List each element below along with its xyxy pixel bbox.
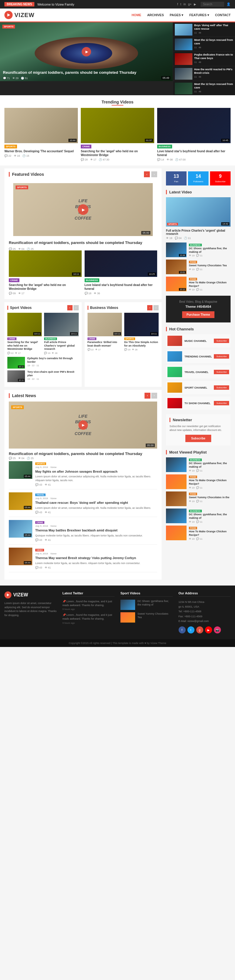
business-card-2[interactable]: 10:11 SPORTS Do This One Simple Action f… bbox=[124, 313, 159, 351]
hero-side-title-3: Pogba dedicates France win to Thai cave … bbox=[194, 53, 233, 60]
ln-item-4[interactable]: 05:44 VIDEO July 9, 2018 Vizew Theresa M… bbox=[9, 547, 157, 572]
featured-next-btn[interactable]: › bbox=[151, 171, 157, 177]
footer: VIZEW Lorem ipsum dolor sit amet, consec… bbox=[0, 585, 235, 640]
footer-sport-item-2[interactable]: Sweet Yummy Chocolates Tea bbox=[121, 612, 173, 622]
nav-contact[interactable]: CONTACT bbox=[215, 13, 230, 17]
mv-item-3[interactable]: FOOD Sweet Yummy Chocolates in the 👁 19 … bbox=[166, 492, 230, 506]
footer-yt-icon[interactable]: ▶ bbox=[205, 627, 212, 633]
mv-thumb-5 bbox=[166, 525, 187, 540]
hero-side-meta-4: 11 48 bbox=[194, 76, 233, 78]
search-input[interactable] bbox=[201, 2, 224, 7]
featured-small-thumb-1: 10:11 bbox=[9, 250, 82, 277]
trending-thumb-1: 10:44 bbox=[5, 108, 78, 143]
business-card-title-1: Paramedics 'drilled into boat death woma… bbox=[87, 340, 122, 347]
featured-layout: Featured Videos ‹ › LIFEBEGINSafterCOFFE… bbox=[0, 169, 235, 585]
mv-meta-3: 👁 19 💬 11 bbox=[189, 500, 229, 503]
footer-sport-item-1[interactable]: DC Shoes: gymkhana five; the making of bbox=[121, 600, 173, 610]
featured-prev-btn[interactable]: ‹ bbox=[144, 171, 150, 177]
footer-fb-icon[interactable]: f bbox=[179, 627, 186, 633]
footer-col-address: Our Address 1234 N 5th Ave Chica- go IL … bbox=[179, 592, 231, 633]
nav-home[interactable]: HOME bbox=[132, 13, 141, 17]
footer-in-icon[interactable]: 📷 bbox=[214, 627, 221, 633]
nav-pages[interactable]: PAGES ▾ bbox=[170, 13, 184, 17]
sport-prev-btn[interactable]: ‹ bbox=[67, 305, 73, 310]
hc-sub-btn-2[interactable]: Subscribe bbox=[214, 354, 229, 359]
promo-title: Theme #4545454 bbox=[170, 305, 226, 309]
lv-item-1[interactable]: 10:44 BUSINESS DC Shoes: gymkhana five; … bbox=[166, 242, 230, 257]
hero-side-item-5[interactable]: Meet the 12 boys rescued from cave 11 48 bbox=[173, 81, 235, 95]
ln-item-3[interactable]: 05:44 CRIME July 9, 2018 Vizew Theresa M… bbox=[9, 520, 157, 545]
ln-prev-btn[interactable]: ‹ bbox=[144, 393, 151, 399]
ln-nav: ‹ › bbox=[144, 393, 157, 399]
nav-archives[interactable]: ARCHIVES bbox=[147, 13, 164, 17]
business-next-btn[interactable]: › bbox=[153, 305, 159, 310]
hc-sub-btn-3[interactable]: Subscribe bbox=[214, 370, 229, 374]
featured-main-wrapper: LIFEBEGINSafterCOFFEE SPORTS 05:00 Reuni… bbox=[5, 177, 162, 250]
featured-play-button[interactable] bbox=[78, 204, 89, 215]
hero-side-item-3[interactable]: Pogba dedicates France win to Thai cave … bbox=[173, 52, 235, 66]
footer-desc: Lorem ipsum dolor sit amet, consectetur … bbox=[5, 601, 57, 617]
hero-side-info-2: Meet the 12 boys rescued from cave 11 48 bbox=[194, 38, 233, 49]
ln-item-2[interactable]: 05:44 TRAVEL July 9, 2018 Vizew Thailand… bbox=[9, 492, 157, 517]
sport-card-2[interactable]: 10:11 BUSINESS Full article Prince Charl… bbox=[44, 313, 78, 355]
sport-next-btn[interactable]: › bbox=[73, 305, 79, 310]
ln-play-button[interactable] bbox=[78, 420, 88, 430]
tw-icon[interactable]: t bbox=[180, 3, 181, 6]
business-card-1[interactable]: 10:11 CRIME Paramedics 'drilled into boa… bbox=[87, 313, 122, 351]
hero-play-button[interactable] bbox=[82, 47, 91, 56]
footer-grid: VIZEW Lorem ipsum dolor sit amet, consec… bbox=[5, 592, 230, 633]
featured-main[interactable]: LIFEBEGINSafterCOFFEE SPORTS 05:00 bbox=[13, 183, 153, 236]
hot-channels: Hot Channels MUSIC CHANNEL Subscribe TRE… bbox=[166, 327, 230, 410]
user-icon[interactable]: 👤 bbox=[227, 2, 230, 6]
ln-item-title-2: Thailand cave rescue: Boys 'doing well' … bbox=[35, 501, 157, 505]
hero-side-item-2[interactable]: Meet the 12 boys rescued from cave 11 48 bbox=[173, 37, 235, 51]
hc-sub-btn-4[interactable]: Subscribe bbox=[214, 385, 229, 390]
trending-grid: 10:44 SPORTS Warner Bros. Developing 'Th… bbox=[5, 108, 230, 161]
hero-side-title-2: Meet the 12 boys rescued from cave bbox=[194, 38, 233, 45]
yt-icon[interactable]: ▶ bbox=[194, 3, 196, 6]
sport-card-1[interactable]: 10:11 CRIME Searching for the 'angel' wh… bbox=[7, 313, 42, 355]
hero-side-info-4: How the world reacted to PM's Brexit cri… bbox=[194, 68, 233, 78]
gp-icon[interactable]: g+ bbox=[188, 3, 192, 6]
business-prev-btn[interactable]: ‹ bbox=[147, 305, 152, 310]
lv-item-2[interactable]: 13:01 FOOD Sweet Yummy Chocolates Tea 👁 … bbox=[166, 259, 230, 274]
footer-gp-icon[interactable]: g bbox=[196, 627, 203, 633]
hc-thumb-5 bbox=[167, 398, 182, 408]
lv-item-meta-1: 👁 19 💬 11 bbox=[189, 254, 230, 257]
footer-twit-meta-2: 9 hours ago bbox=[63, 621, 115, 625]
featured-small-card-1[interactable]: 10:11 CRIME Searching for the 'angel' wh… bbox=[9, 250, 82, 295]
ln-item-1[interactable]: 05:44 SPORTS July 9, 2018 Vizew May figh… bbox=[9, 461, 157, 489]
sport-list-item-2[interactable]: 10:11 Tory vice-chairs quit over PM's Br… bbox=[7, 371, 79, 382]
mv-item-1[interactable]: BUSINESS DC Shoes: gymkhana five; the ma… bbox=[166, 457, 230, 472]
business-main-cards: 10:11 CRIME Paramedics 'drilled into boa… bbox=[87, 313, 159, 351]
lv-item-dur-3: 10:12 bbox=[179, 288, 186, 291]
lv-main[interactable]: SPORTS 14:42 bbox=[166, 197, 230, 227]
lv-item-info-1: BUSINESS DC Shoes: gymkhana five; the ma… bbox=[189, 242, 230, 257]
mv-item-4[interactable]: BUSINESS DC Shoes: gymkhana five; the ma… bbox=[166, 509, 230, 523]
mv-cat-3: FOOD bbox=[189, 493, 197, 495]
ln-featured[interactable]: LIFEBEGINSafterCOFFEE SPORTS 05:00 bbox=[9, 401, 157, 449]
hc-sub-btn-5[interactable]: Subscribe bbox=[214, 401, 229, 405]
trending-card-2[interactable]: 01:37 CRIME Searching for the 'angel' wh… bbox=[81, 108, 154, 161]
fb-icon[interactable]: f bbox=[177, 3, 178, 6]
hero-side-item-1[interactable]: Boys 'doing well' after Thai cave rescue… bbox=[173, 22, 235, 37]
promo-purchase-btn[interactable]: Purchase Theme bbox=[182, 311, 214, 318]
ln-next-btn[interactable]: › bbox=[151, 393, 157, 399]
social-stats: 13 Fan 14 Followers 9 Subscribe bbox=[166, 171, 230, 186]
lv-item-3[interactable]: 10:12 FOOD How To Make Orange Chicken Re… bbox=[166, 277, 230, 291]
trending-card-1[interactable]: 10:44 SPORTS Warner Bros. Developing 'Th… bbox=[5, 108, 78, 161]
hc-sub-btn-1[interactable]: Subscribe bbox=[214, 339, 229, 343]
mv-item-5[interactable]: FOOD How To Make Orange Chicken Recipe? … bbox=[166, 525, 230, 540]
sport-list-item-1[interactable]: 10:11 Epileptic boy's cannabis hit throu… bbox=[7, 357, 79, 369]
trending-card-3[interactable]: 10:45 BUSINESS Love Island star's boyfri… bbox=[157, 108, 230, 161]
footer-tw-icon[interactable]: t bbox=[187, 627, 194, 633]
featured-small-card-2[interactable]: 10:25 BUSINESS Love Island star's boyfri… bbox=[84, 250, 157, 295]
hero-side-item-4[interactable]: How the world reacted to PM's Brexit cri… bbox=[173, 67, 235, 81]
nl-subscribe-btn[interactable]: Subscribe bbox=[185, 435, 211, 442]
business-dur-2: 10:11 bbox=[150, 332, 158, 336]
nav-features[interactable]: FEATURES ▾ bbox=[189, 13, 210, 17]
hero-main-image: SPORTS Reunification of migrant toddlers… bbox=[0, 22, 173, 81]
in-icon[interactable]: in bbox=[184, 3, 186, 6]
hero-main[interactable]: SPORTS Reunification of migrant toddlers… bbox=[0, 22, 173, 81]
mv-item-2[interactable]: FOOD How To Make Orange Chicken Recipe? … bbox=[166, 474, 230, 489]
